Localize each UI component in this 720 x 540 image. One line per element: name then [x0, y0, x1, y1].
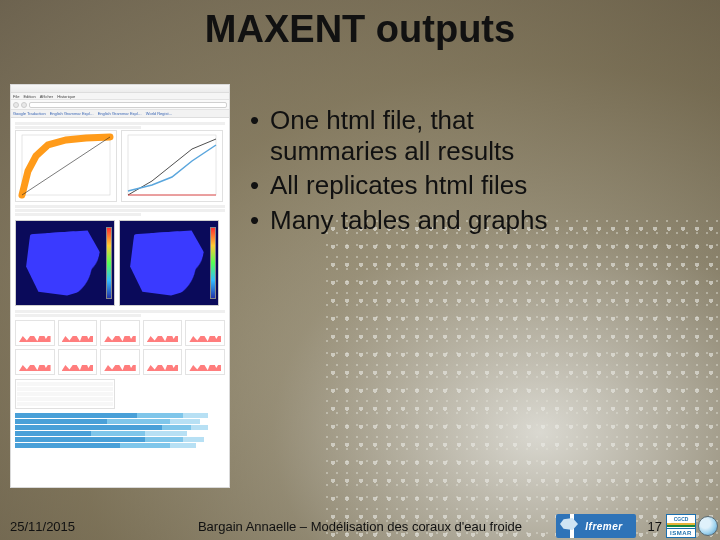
- menu-item: File: [13, 94, 19, 99]
- slide-title: MAXENT outputs: [0, 8, 720, 51]
- response-curves-row: [15, 349, 225, 375]
- url-field: [29, 102, 227, 108]
- slide-footer: 25/11/2015 Bargain Annaelle – Modélisati…: [0, 512, 720, 540]
- fish-icon: [560, 518, 578, 530]
- response-curve: [100, 349, 140, 375]
- text-line: [15, 126, 141, 129]
- browser-urlbar: [11, 100, 229, 110]
- response-curve: [58, 320, 98, 346]
- globe-icon: [698, 516, 718, 536]
- response-curve: [185, 320, 225, 346]
- ifremer-logo-text: Ifremer: [585, 521, 622, 532]
- browser-tab: English Grammar Expl…: [50, 111, 94, 116]
- response-curve: [143, 320, 183, 346]
- response-curve: [185, 349, 225, 375]
- results-table: [15, 379, 115, 409]
- page-number: 17: [648, 519, 662, 534]
- text-line: [15, 314, 141, 317]
- browser-menubar: File Edition Afficher Historique: [11, 93, 229, 100]
- text-line: [15, 122, 225, 125]
- text-line: [15, 205, 225, 208]
- forward-icon: [21, 102, 27, 108]
- ismar-bottom-text: ISMAR: [670, 530, 692, 536]
- menu-item: Historique: [57, 94, 75, 99]
- bullet-item: All replicates html files: [250, 170, 550, 201]
- omission-chart: [121, 130, 223, 202]
- text-line: [15, 209, 225, 212]
- response-curve: [143, 349, 183, 375]
- response-curve: [15, 349, 55, 375]
- browser-tab: World Regist…: [146, 111, 173, 116]
- browser-tab: Google Traduction: [13, 111, 46, 116]
- response-curves-row: [15, 320, 225, 346]
- map-shape: [126, 227, 208, 299]
- color-scale-icon: [106, 227, 112, 299]
- jackknife-bars: [15, 413, 225, 448]
- bullet-list: One html file, that summaries all result…: [250, 105, 550, 240]
- prediction-map: [119, 220, 219, 306]
- bullet-item: One html file, that summaries all result…: [250, 105, 550, 166]
- ismar-logo: CGCD ISMAR: [666, 514, 696, 538]
- roc-chart: [15, 130, 117, 202]
- text-line: [15, 213, 141, 216]
- browser-tabbar: Google Traduction English Grammar Expl… …: [11, 110, 229, 118]
- color-scale-icon: [210, 227, 216, 299]
- ismar-top-text: CGCD: [674, 516, 689, 522]
- menu-item: Edition: [23, 94, 35, 99]
- browser-tab: English Grammar Expl…: [98, 111, 142, 116]
- ismar-stripes-icon: [667, 523, 695, 529]
- map-shape: [22, 227, 104, 299]
- prediction-map: [15, 220, 115, 306]
- back-icon: [13, 102, 19, 108]
- text-line: [15, 310, 225, 313]
- response-curve: [100, 320, 140, 346]
- bullet-item: Many tables and graphs: [250, 205, 550, 236]
- menu-item: Afficher: [40, 94, 54, 99]
- window-titlebar: [11, 85, 229, 93]
- response-curve: [15, 320, 55, 346]
- background-coral-overlay: [324, 216, 720, 540]
- report-content: [11, 118, 229, 487]
- browser-screenshot: File Edition Afficher Historique Google …: [10, 84, 230, 488]
- response-curve: [58, 349, 98, 375]
- ifremer-logo: Ifremer: [556, 514, 636, 538]
